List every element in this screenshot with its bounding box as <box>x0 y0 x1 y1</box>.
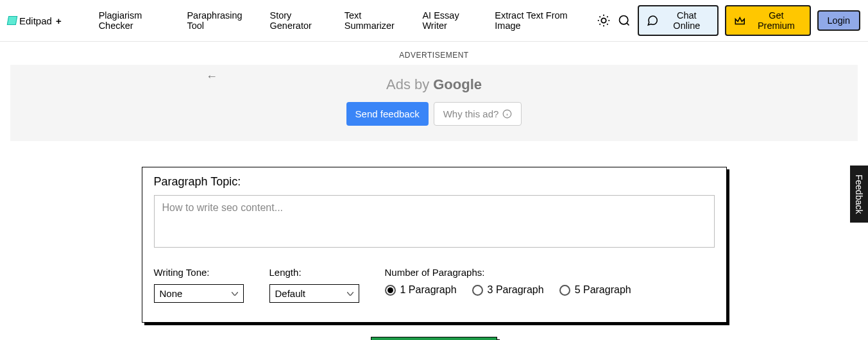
ads-by-google: Ads by Google <box>10 76 858 93</box>
logo-text: Editpad <box>19 15 52 26</box>
header-right: Chat Online Get Premium Login <box>597 5 860 36</box>
premium-label: Get Premium <box>751 10 801 31</box>
login-button[interactable]: Login <box>817 10 860 31</box>
radio-3-paragraph[interactable]: 3 Paragraph <box>472 284 544 296</box>
theme-toggle-icon[interactable] <box>597 13 611 28</box>
paragraph-generator-box: Paragraph Topic: Writing Tone: None Leng… <box>142 167 727 323</box>
nav-extract-text[interactable]: Extract Text From Image <box>495 10 591 31</box>
nav-paraphrasing-tool[interactable]: Paraphrasing Tool <box>187 10 258 31</box>
google-text: Google <box>433 76 482 93</box>
search-icon[interactable] <box>617 13 631 28</box>
why-this-ad-button[interactable]: Why this ad? <box>434 102 522 126</box>
radio-icon <box>472 285 483 296</box>
radio-icon <box>385 285 396 296</box>
why-ad-label: Why this ad? <box>443 108 499 119</box>
svg-line-8 <box>607 16 608 17</box>
back-arrow-icon[interactable]: ← <box>206 70 217 83</box>
svg-point-9 <box>620 16 628 24</box>
svg-point-0 <box>601 18 606 22</box>
nav-text-summarizer[interactable]: Text Summarizer <box>345 10 411 31</box>
radio-3-label: 3 Paragraph <box>488 284 544 296</box>
get-premium-button[interactable]: Get Premium <box>725 5 811 36</box>
chat-icon <box>647 14 659 27</box>
logo[interactable]: Editpad + <box>8 15 62 26</box>
writing-tone-select[interactable]: None <box>154 284 244 303</box>
radio-1-label: 1 Paragraph <box>400 284 457 296</box>
generate-paragraph-button[interactable]: Generate Paragraph <box>371 337 497 340</box>
login-label: Login <box>828 15 850 26</box>
chat-online-button[interactable]: Chat Online <box>638 5 718 36</box>
num-paragraphs-label: Number of Paragraphs: <box>385 267 631 278</box>
ads-by-prefix: Ads by <box>386 76 429 93</box>
radio-group: 1 Paragraph 3 Paragraph 5 Paragraph <box>385 284 631 296</box>
radio-5-paragraph[interactable]: 5 Paragraph <box>559 284 631 296</box>
topic-input[interactable] <box>154 195 715 248</box>
ad-buttons: Send feedback Why this ad? <box>10 102 858 126</box>
topic-label: Paragraph Topic: <box>154 175 715 189</box>
logo-icon <box>7 16 17 25</box>
radio-5-label: 5 Paragraph <box>575 284 631 296</box>
writing-tone-group: Writing Tone: None <box>154 267 244 303</box>
svg-line-4 <box>607 24 608 24</box>
ad-section: ADVERTISEMENT ← Ads by Google Send feedb… <box>0 51 868 141</box>
svg-line-7 <box>599 24 600 24</box>
radio-icon <box>559 285 570 296</box>
info-icon <box>502 109 512 119</box>
nav-story-generator[interactable]: Story Generator <box>270 10 333 31</box>
radio-1-paragraph[interactable]: 1 Paragraph <box>385 284 457 296</box>
chat-label: Chat Online <box>664 10 710 31</box>
nav-plagiarism-checker[interactable]: Plagiarism Checker <box>99 10 176 31</box>
send-feedback-button[interactable]: Send feedback <box>346 102 429 126</box>
length-select[interactable]: Default <box>269 284 359 303</box>
crown-icon <box>734 15 746 26</box>
length-group: Length: Default <box>269 267 359 303</box>
num-paragraphs-group: Number of Paragraphs: 1 Paragraph 3 Para… <box>385 267 631 296</box>
svg-line-10 <box>627 23 629 26</box>
svg-line-3 <box>599 16 600 17</box>
ad-box: ← Ads by Google Send feedback Why this a… <box>10 65 858 141</box>
controls-row: Writing Tone: None Length: Default Numbe… <box>154 267 715 303</box>
length-label: Length: <box>269 267 359 278</box>
nav: Plagiarism Checker Paraphrasing Tool Sto… <box>99 10 591 31</box>
nav-ai-essay-writer[interactable]: AI Essay Writer <box>422 10 483 31</box>
ad-label: ADVERTISEMENT <box>0 51 868 60</box>
writing-tone-label: Writing Tone: <box>154 267 244 278</box>
header: Editpad + Plagiarism Checker Paraphrasin… <box>0 0 868 42</box>
feedback-tab[interactable]: Feedback <box>850 166 868 223</box>
plus-icon: + <box>56 15 62 26</box>
